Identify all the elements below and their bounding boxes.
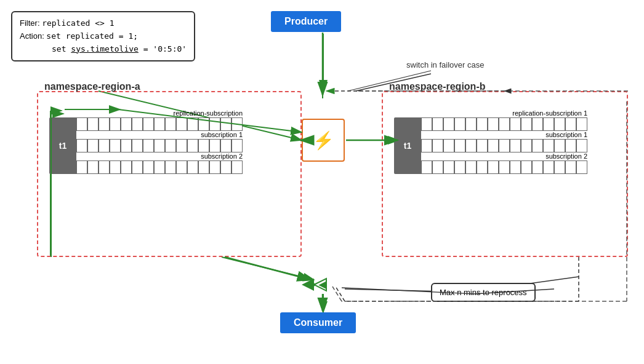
sub1-label-b: subscription 1 — [421, 131, 587, 138]
region-b-box: namespace-region-b replication-subscript… — [382, 91, 628, 257]
topic-block-b: replication-subscription 1 t1 — [394, 109, 587, 174]
maxn-label-text: Max n mins to reprocess — [440, 288, 527, 297]
connector-box: ⚡ — [302, 119, 345, 162]
action-label: Action: — [20, 31, 46, 41]
topic-label-b: t1 — [394, 117, 421, 174]
action-code-2: set sys.timetolive = '0:5:0' — [52, 44, 187, 53]
sub2-label-a: subscription 2 — [76, 152, 243, 160]
svg-line-28 — [225, 257, 311, 280]
sub1-label-a: subscription 1 — [76, 131, 243, 138]
producer-box: Producer — [271, 11, 341, 32]
sub2-label-b: subscription 2 — [421, 152, 587, 160]
producer-label: Producer — [284, 16, 328, 26]
topic-label-a: t1 — [49, 117, 76, 174]
svg-text:⇒◄: ⇒◄ — [305, 277, 329, 292]
region-a-box: namespace-region-a replication-subscript… — [37, 91, 302, 257]
diagram-container: Filter: replicated <> 1 Action: set repl… — [0, 0, 644, 364]
filter-box: Filter: replicated <> 1 Action: set repl… — [11, 11, 195, 61]
connector-icon: ⚡ — [313, 130, 334, 151]
filter-code: replicated <> 1 — [42, 18, 114, 28]
filter-label: Filter: — [20, 18, 42, 28]
merge-connector-svg: ⇒◄ — [302, 275, 345, 294]
replication-sub-label-a: replication-subscription — [76, 109, 243, 117]
svg-line-9 — [222, 257, 314, 280]
topic-block-a: replication-subscription t1 — [49, 109, 243, 174]
region-b-label: namespace-region-b — [389, 81, 485, 92]
consumer-box: Consumer — [280, 312, 356, 333]
maxn-label-box: Max n mins to reprocess — [431, 283, 536, 302]
action-code-1: set replicated = 1; — [46, 31, 138, 41]
topic-rows-b: subscription 1 — [421, 117, 587, 174]
topic-rows-a: subscription 1 — [76, 117, 243, 174]
consumer-label: Consumer — [294, 317, 342, 328]
region-a-label: namespace-region-a — [44, 81, 140, 92]
failover-label: switch in failover case — [406, 60, 484, 69]
replication-sub-label-b: replication-subscription 1 — [421, 109, 587, 117]
